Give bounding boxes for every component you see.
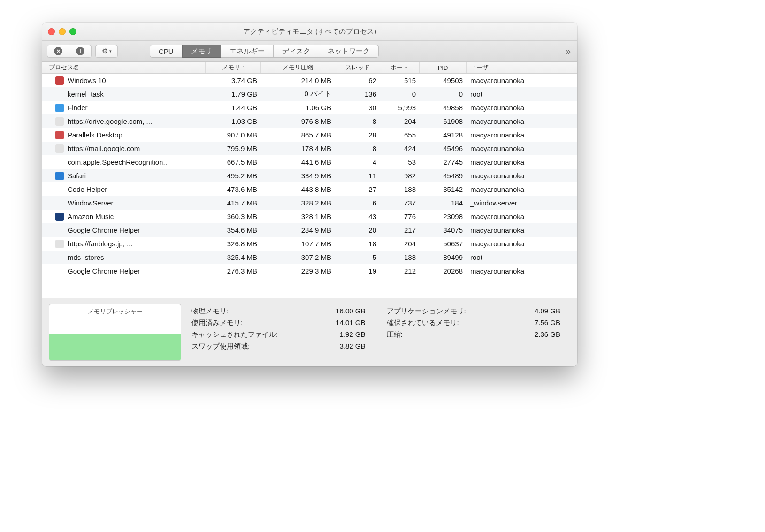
tab-energy[interactable]: エネルギー	[221, 45, 274, 58]
cell-pid: 61908	[420, 117, 467, 125]
table-header: プロセス名 メモリ ˅ メモリ圧縮 スレッド ポート PID ユーザ	[42, 62, 577, 74]
stop-icon: ✕	[54, 47, 62, 55]
stat-label: 物理メモリ:	[191, 307, 300, 316]
process-icon	[55, 117, 64, 126]
stat-label: アプリケーションメモリ:	[387, 307, 493, 316]
cell-threads: 62	[335, 76, 380, 84]
cell-compressed: 229.3 MB	[261, 267, 335, 275]
stat-label: キャッシュされたファイル:	[191, 330, 300, 339]
header-ports[interactable]: ポート	[380, 62, 420, 73]
header-memory[interactable]: メモリ ˅	[206, 62, 261, 73]
inspect-process-button[interactable]: i	[69, 45, 92, 58]
table-row[interactable]: Google Chrome Helper276.3 MB229.3 MB1921…	[42, 264, 577, 278]
cell-compressed: 107.7 MB	[261, 240, 335, 248]
table-row[interactable]: WindowServer415.7 MB328.2 MB6737184_wind…	[42, 196, 577, 210]
process-name: Code Helper	[68, 185, 107, 193]
stat-label: 圧縮:	[387, 330, 493, 339]
cell-threads: 43	[335, 213, 380, 220]
process-name: https://drive.google.com, ...	[68, 117, 152, 125]
summary-panel: メモリプレッシャー 物理メモリ:16.00 GB使用済みメモリ:14.01 GB…	[42, 298, 577, 366]
titlebar[interactable]: アクティビティモニタ (すべてのプロセス)	[42, 23, 577, 41]
cell-compressed: 214.0 MB	[261, 76, 335, 84]
cell-memory: 360.3 MB	[206, 213, 261, 220]
cell-pid: 89499	[420, 253, 467, 261]
cell-threads: 8	[335, 117, 380, 125]
cell-memory: 495.2 MB	[206, 172, 261, 180]
stat-label: 確保されているメモリ:	[387, 319, 493, 327]
table-row[interactable]: Code Helper473.6 MB443.8 MB2718335142mac…	[42, 182, 577, 196]
cell-memory: 667.5 MB	[206, 158, 261, 166]
cell-pid: 184	[420, 199, 467, 207]
tab-disk[interactable]: ディスク	[273, 45, 319, 58]
cell-user: macyarounanoka	[467, 213, 551, 220]
table-row[interactable]: https://fanblogs.jp, ...326.8 MB107.7 MB…	[42, 237, 577, 251]
process-icon	[55, 90, 64, 99]
cell-compressed: 0 バイト	[261, 90, 335, 99]
toolbar: ✕ i ⚙ ▾ CPU メモリ エネルギー ディスク ネットワーク »	[42, 41, 577, 62]
header-process-name[interactable]: プロセス名	[42, 62, 206, 73]
cell-user: macyarounanoka	[467, 131, 551, 139]
zoom-icon[interactable]	[69, 28, 76, 35]
cell-memory: 3.74 GB	[206, 76, 261, 84]
cell-ports: 212	[380, 267, 420, 275]
process-icon	[55, 158, 64, 167]
table-row[interactable]: Amazon Music360.3 MB328.1 MB4377623098ma…	[42, 210, 577, 223]
cell-pid: 27745	[420, 158, 467, 166]
cell-compressed: 334.9 MB	[261, 172, 335, 180]
tab-memory[interactable]: メモリ	[182, 45, 221, 58]
tab-cpu[interactable]: CPU	[150, 45, 183, 58]
header-user[interactable]: ユーザ	[467, 62, 551, 73]
options-button[interactable]: ⚙ ▾	[95, 45, 118, 58]
table-row[interactable]: Windows 103.74 GB214.0 MB6251549503macya…	[42, 74, 577, 87]
cell-pid: 23098	[420, 213, 467, 220]
table-row[interactable]: https://drive.google.com, ...1.03 GB976.…	[42, 114, 577, 128]
stat-label: 使用済みメモリ:	[191, 319, 300, 327]
cell-user: macyarounanoka	[467, 172, 551, 180]
cell-compressed: 328.1 MB	[261, 213, 335, 220]
cell-user: macyarounanoka	[467, 267, 551, 275]
close-icon[interactable]	[48, 28, 55, 35]
header-compressed[interactable]: メモリ圧縮	[261, 62, 335, 73]
process-name: Google Chrome Helper	[68, 226, 140, 234]
cell-ports: 424	[380, 144, 420, 152]
cell-threads: 20	[335, 226, 380, 234]
cell-compressed: 976.8 MB	[261, 117, 335, 125]
header-threads[interactable]: スレッド	[335, 62, 380, 73]
table-row[interactable]: com.apple.SpeechRecognition...667.5 MB44…	[42, 155, 577, 169]
table-row[interactable]: mds_stores325.4 MB307.2 MB513889499root	[42, 251, 577, 264]
cell-memory: 1.03 GB	[206, 117, 261, 125]
table-row[interactable]: https://mail.google.com795.9 MB178.4 MB8…	[42, 142, 577, 155]
cell-compressed: 178.4 MB	[261, 144, 335, 152]
minimize-icon[interactable]	[59, 28, 66, 35]
cell-ports: 204	[380, 240, 420, 248]
cell-ports: 737	[380, 199, 420, 207]
process-name: Finder	[68, 104, 88, 112]
stop-process-button[interactable]: ✕	[47, 45, 69, 58]
stat-value: 2.36 GB	[507, 330, 560, 339]
tab-network[interactable]: ネットワーク	[319, 45, 379, 58]
cell-user: root	[467, 90, 551, 98]
table-row[interactable]: Google Chrome Helper354.6 MB284.9 MB2021…	[42, 223, 577, 237]
summary-right: アプリケーションメモリ:4.09 GB確保されているメモリ:7.56 GB圧縮:…	[376, 304, 571, 361]
process-icon	[55, 104, 64, 112]
cell-user: macyarounanoka	[467, 185, 551, 193]
table-row[interactable]: Safari495.2 MB334.9 MB1198245489macyarou…	[42, 169, 577, 182]
table-row[interactable]: kernel_task1.79 GB0 バイト13600root	[42, 87, 577, 101]
cell-user: macyarounanoka	[467, 104, 551, 112]
process-name: mds_stores	[68, 253, 104, 261]
process-icon	[55, 226, 64, 235]
cell-pid: 50637	[420, 240, 467, 248]
table-row[interactable]: Finder1.44 GB1.06 GB305,99349858macyarou…	[42, 101, 577, 114]
header-pid[interactable]: PID	[420, 62, 467, 73]
cell-threads: 8	[335, 144, 380, 152]
cell-threads: 18	[335, 240, 380, 248]
window-controls	[42, 28, 76, 35]
cell-compressed: 443.8 MB	[261, 185, 335, 193]
cell-memory: 326.8 MB	[206, 240, 261, 248]
cell-user: root	[467, 253, 551, 261]
toolbar-overflow-icon[interactable]: »	[566, 46, 573, 57]
stat-value: 3.82 GB	[314, 342, 366, 351]
process-name: Parallels Desktop	[68, 131, 122, 139]
table-row[interactable]: Parallels Desktop907.0 MB865.7 MB2865549…	[42, 128, 577, 142]
cell-user: _windowserver	[467, 199, 551, 207]
